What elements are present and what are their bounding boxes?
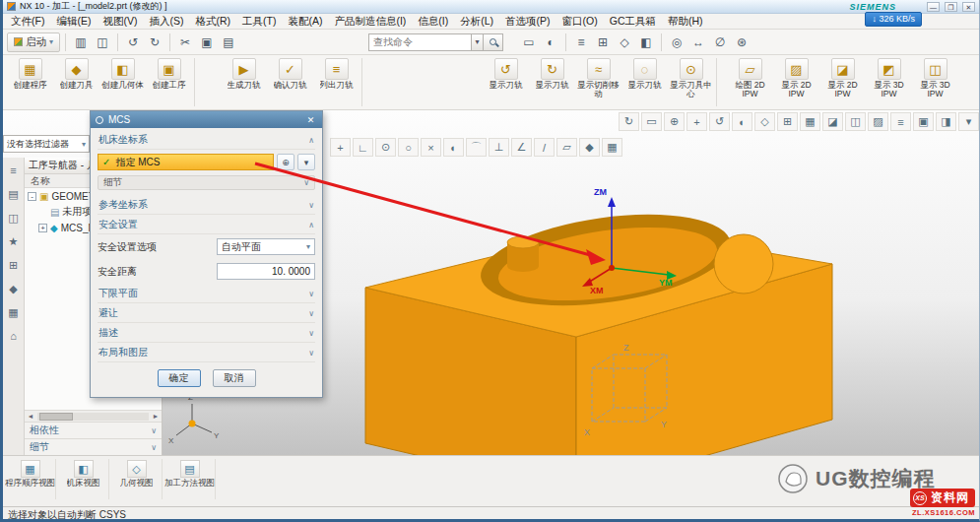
scrollbar-track[interactable]	[37, 413, 149, 421]
measure-icon[interactable]: ∅	[710, 33, 730, 52]
show-cut-moves[interactable]: ≈显示切削移动	[575, 58, 621, 99]
create-operation[interactable]: ▣创建工序	[146, 58, 192, 99]
minimize-button[interactable]: —	[927, 2, 940, 12]
show-tool-center[interactable]: ⊙显示刀具中心	[668, 58, 714, 99]
menu-item[interactable]: 首选项(P)	[499, 14, 556, 29]
show-3d-ipw-2[interactable]: ◫显示 3D IPW	[912, 58, 958, 99]
redo-icon[interactable]: ↻	[145, 33, 164, 52]
show-2d-ipw-2[interactable]: ◪显示 2D IPW	[819, 58, 866, 99]
layer-icon[interactable]: ≡	[890, 112, 911, 131]
menu-item[interactable]: 窗口(O)	[556, 14, 604, 29]
scroll-right-button[interactable]: ►	[150, 413, 162, 420]
replay-toolpath[interactable]: ↺显示刀轨	[483, 58, 529, 99]
cut-icon[interactable]: ✂	[175, 33, 195, 52]
section-reference-csys[interactable]: 参考坐标系 ∨	[98, 195, 315, 215]
save-icon[interactable]: ◫	[93, 33, 112, 52]
dialog-close-button[interactable]: ✕	[304, 115, 317, 125]
section-view-icon[interactable]: ◪	[822, 112, 843, 131]
orient-view-icon[interactable]: ⊞	[777, 112, 798, 131]
menu-item[interactable]: 工具(T)	[236, 14, 282, 29]
window-icon[interactable]: ▣	[913, 112, 934, 131]
view-palette-icon[interactable]: ⊞	[5, 256, 23, 274]
constraint-navigator-icon[interactable]: ▤	[5, 185, 23, 203]
start-menu-button[interactable]: 启动 ▾	[7, 33, 60, 52]
dialog-title-bar[interactable]: MCS ✕	[91, 111, 322, 128]
dialog-section-header[interactable]: 避让∨	[98, 303, 315, 323]
display-mode-icon[interactable]: ◨	[936, 112, 956, 131]
move-object-icon[interactable]: ↔	[688, 33, 708, 52]
wireframe-view-icon[interactable]: ◇	[754, 112, 775, 131]
create-tool[interactable]: ◆创建刀具	[53, 58, 99, 99]
dialog-section-header[interactable]: 描述∨	[98, 323, 315, 343]
specify-mcs-field[interactable]: ✓ 指定 MCS	[98, 154, 274, 170]
navigator-view-tab[interactable]: ◧机床视图	[58, 459, 109, 499]
midpoint-snap-icon[interactable]: ⊙	[375, 138, 396, 157]
clip-section-icon[interactable]: ◫	[845, 112, 866, 131]
selection-filter-combo[interactable]: 没有选择过滤器 ▾	[3, 135, 90, 153]
copy-icon[interactable]: ▣	[197, 33, 217, 52]
fit-view-icon[interactable]: ▭	[641, 112, 662, 131]
display-mode-icon[interactable]: ◐	[541, 33, 560, 52]
layer-settings-icon[interactable]: ≡	[571, 33, 591, 52]
line-snap-icon[interactable]: /	[534, 138, 555, 157]
edit-object-display-icon[interactable]: ◧	[636, 33, 656, 52]
paste-icon[interactable]: ▤	[219, 33, 238, 52]
menu-item[interactable]: 信息(I)	[412, 14, 454, 29]
menu-item[interactable]: 产品制造信息(I)	[328, 14, 412, 29]
menu-item[interactable]: GC工具箱	[604, 14, 662, 29]
perpendicular-snap-icon[interactable]: ⊥	[489, 138, 509, 157]
menu-item[interactable]: 文件(F)	[5, 14, 50, 29]
undo-icon[interactable]: ↺	[123, 33, 143, 52]
snapshot-icon[interactable]: ▦	[800, 112, 820, 131]
command-search-input[interactable]	[368, 33, 471, 51]
panel-section-header[interactable]: 细节∨	[25, 438, 162, 455]
navigator-view-tab[interactable]: ▦程序顺序视图	[5, 459, 56, 499]
part-navigator-icon[interactable]: ◫	[5, 209, 23, 227]
create-geometry[interactable]: ◧创建几何体	[99, 58, 146, 99]
verify-toolpath[interactable]: ✓确认刀轨	[267, 58, 313, 99]
menu-item[interactable]: 格式(R)	[189, 14, 236, 29]
show-toolpath-points[interactable]: ◌显示刀轨	[621, 58, 668, 99]
scroll-left-button[interactable]: ◄	[25, 413, 36, 420]
grid-snap-icon[interactable]: ▦	[602, 138, 622, 157]
render-style-icon[interactable]: ▨	[868, 112, 888, 131]
more-views-icon[interactable]: ▾	[958, 112, 979, 131]
rotate-view-icon[interactable]: ↺	[709, 112, 730, 131]
pan-icon[interactable]: +	[686, 112, 707, 131]
plot-2d-ipw[interactable]: ▱绘图 2D IPW	[727, 58, 773, 99]
endpoint-snap-icon[interactable]: ∟	[353, 138, 373, 157]
reuse-library-icon[interactable]: ★	[5, 232, 23, 250]
tangent-snap-icon[interactable]: ⌒	[466, 138, 487, 157]
generate-toolpath[interactable]: ▶生成刀轨	[221, 58, 267, 99]
network-speed-badge[interactable]: ↓ 326 KB/s	[865, 12, 922, 27]
csys-dialog-button[interactable]: ⊕	[277, 154, 294, 170]
preferences-icon[interactable]: ⊛	[732, 33, 751, 52]
title-bar[interactable]: NX 10 - 加工 - [_model2.prt (修改的) ] SIEMEN…	[3, 0, 979, 14]
menu-item[interactable]: 装配(A)	[282, 14, 328, 29]
navigator-view-tab[interactable]: ▤加工方法视图	[164, 459, 216, 499]
section-safety-settings[interactable]: 安全设置 ∧	[98, 215, 315, 234]
dialog-section-header[interactable]: 下限平面∨	[98, 284, 315, 303]
show-2d-ipw[interactable]: ▨显示 2D IPW	[773, 58, 819, 99]
center-snap-icon[interactable]: ○	[398, 138, 419, 157]
expand-toggle[interactable]: +	[38, 224, 47, 232]
navigator-view-tab[interactable]: ◇几何视图	[111, 459, 163, 499]
scrollbar-thumb[interactable]	[39, 413, 73, 421]
window-icon[interactable]: ▭	[519, 33, 539, 52]
view-layout-icon[interactable]: ⊞	[593, 33, 613, 52]
close-button[interactable]: ✕	[962, 2, 975, 12]
search-history-caret[interactable]: ▾	[471, 33, 484, 51]
menu-item[interactable]: 编辑(E)	[50, 14, 97, 29]
quadrant-snap-icon[interactable]: ◐	[443, 138, 464, 157]
open-icon[interactable]: ▥	[71, 33, 91, 52]
cancel-button[interactable]: 取消	[213, 369, 256, 387]
history-icon[interactable]: ◆	[5, 280, 23, 297]
zoom-icon[interactable]: ⊕	[664, 112, 685, 131]
dialog-section-header[interactable]: 布局和图层∨	[98, 343, 315, 362]
angle-snap-icon[interactable]: ∠	[511, 138, 532, 157]
menu-item[interactable]: 分析(L)	[454, 14, 499, 29]
show-3d-ipw[interactable]: ◩显示 3D IPW	[866, 58, 912, 99]
create-program[interactable]: ▦创建程序	[7, 58, 53, 99]
process-assistant-icon[interactable]: ▦	[5, 303, 23, 321]
snap-point-icon[interactable]: +	[330, 138, 351, 157]
